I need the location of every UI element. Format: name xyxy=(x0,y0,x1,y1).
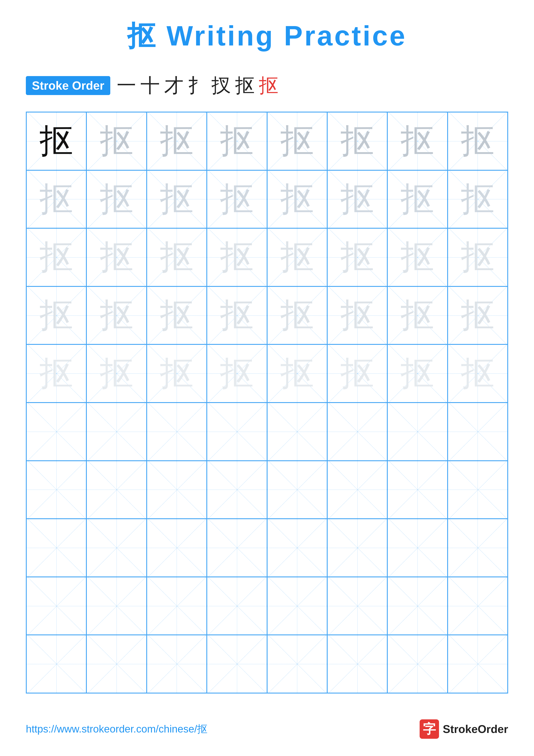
grid-cell-r7c2[interactable] xyxy=(87,461,146,519)
grid-cell-r9c3[interactable] xyxy=(147,577,207,635)
grid-cell-r4c1[interactable]: 抠 xyxy=(26,286,87,345)
grid-cell-r4c7[interactable]: 抠 xyxy=(387,286,447,345)
grid-cell-r7c1[interactable] xyxy=(26,461,87,519)
grid-cell-r3c6[interactable]: 抠 xyxy=(327,228,387,286)
grid-cell-r9c6[interactable] xyxy=(327,577,387,635)
grid-cell-r2c2[interactable]: 抠 xyxy=(87,170,146,229)
logo-text: StrokeOrder xyxy=(443,723,508,736)
stroke-5: 扠 xyxy=(212,72,231,99)
grid-cell-r7c6[interactable] xyxy=(327,461,387,519)
grid-cell-r8c2[interactable] xyxy=(87,519,146,577)
footer: https://www.strokeorder.com/chinese/抠 字 … xyxy=(26,719,508,739)
footer-url[interactable]: https://www.strokeorder.com/chinese/抠 xyxy=(26,722,207,736)
grid-cell-r5c5[interactable]: 抠 xyxy=(267,344,327,403)
grid-cell-r1c6[interactable]: 抠 xyxy=(327,112,387,170)
grid-cell-r4c2[interactable]: 抠 xyxy=(87,286,146,345)
grid-cell-r2c3[interactable]: 抠 xyxy=(147,170,207,229)
grid-cell-r1c7[interactable]: 抠 xyxy=(387,112,447,170)
grid-cell-r5c6[interactable]: 抠 xyxy=(327,344,387,403)
grid-cell-r2c4[interactable]: 抠 xyxy=(207,170,267,229)
practice-grid: 抠 抠 抠 抠 抠 抠 抠 xyxy=(26,112,508,693)
grid-cell-r3c2[interactable]: 抠 xyxy=(87,228,146,286)
grid-cell-r10c7[interactable] xyxy=(387,635,447,693)
grid-cell-r10c8[interactable] xyxy=(447,635,508,693)
page-title: 抠 Writing Practice xyxy=(26,17,508,55)
grid-cell-r3c5[interactable]: 抠 xyxy=(267,228,327,286)
grid-cell-r9c1[interactable] xyxy=(26,577,87,635)
grid-cell-r4c6[interactable]: 抠 xyxy=(327,286,387,345)
page: 抠 Writing Practice Stroke Order 一 十 才 扌 … xyxy=(0,0,534,756)
grid-cell-r6c3[interactable] xyxy=(147,403,207,461)
grid-cell-r6c1[interactable] xyxy=(26,403,87,461)
grid-cell-r9c5[interactable] xyxy=(267,577,327,635)
grid-cell-r2c6[interactable]: 抠 xyxy=(327,170,387,229)
grid-cell-r2c5[interactable]: 抠 xyxy=(267,170,327,229)
grid-cell-r1c8[interactable]: 抠 xyxy=(447,112,508,170)
grid-cell-r9c8[interactable] xyxy=(447,577,508,635)
grid-cell-r8c5[interactable] xyxy=(267,519,327,577)
grid-cell-r5c2[interactable]: 抠 xyxy=(87,344,146,403)
grid-cell-r1c3[interactable]: 抠 xyxy=(147,112,207,170)
grid-cell-r4c3[interactable]: 抠 xyxy=(147,286,207,345)
grid-cell-r4c5[interactable]: 抠 xyxy=(267,286,327,345)
grid-cell-r8c3[interactable] xyxy=(147,519,207,577)
grid-cell-r4c4[interactable]: 抠 xyxy=(207,286,267,345)
grid-cell-r3c3[interactable]: 抠 xyxy=(147,228,207,286)
grid-cell-r1c4[interactable]: 抠 xyxy=(207,112,267,170)
grid-cell-r4c8[interactable]: 抠 xyxy=(447,286,508,345)
grid-cell-r9c2[interactable] xyxy=(87,577,146,635)
grid-cell-r6c8[interactable] xyxy=(447,403,508,461)
stroke-7: 抠 xyxy=(259,72,278,99)
grid-cell-r10c4[interactable] xyxy=(207,635,267,693)
stroke-6: 抠 xyxy=(235,72,255,99)
grid-cell-r5c8[interactable]: 抠 xyxy=(447,344,508,403)
stroke-3: 才 xyxy=(164,72,184,99)
grid-cell-r1c2[interactable]: 抠 xyxy=(87,112,146,170)
grid-cell-r6c4[interactable] xyxy=(207,403,267,461)
grid-cell-r9c4[interactable] xyxy=(207,577,267,635)
grid-cell-r10c1[interactable] xyxy=(26,635,87,693)
grid-cell-r8c6[interactable] xyxy=(327,519,387,577)
grid-cell-r5c1[interactable]: 抠 xyxy=(26,344,87,403)
grid-cell-r10c3[interactable] xyxy=(147,635,207,693)
footer-logo: 字 StrokeOrder xyxy=(420,719,508,739)
grid-cell-r2c1[interactable]: 抠 xyxy=(26,170,87,229)
grid-cell-r10c2[interactable] xyxy=(87,635,146,693)
grid-cell-r6c7[interactable] xyxy=(387,403,447,461)
grid-cell-r2c8[interactable]: 抠 xyxy=(447,170,508,229)
grid-cell-r10c5[interactable] xyxy=(267,635,327,693)
stroke-2: 十 xyxy=(140,72,160,99)
grid-cell-r3c8[interactable]: 抠 xyxy=(447,228,508,286)
grid-cell-r3c7[interactable]: 抠 xyxy=(387,228,447,286)
stroke-4: 扌 xyxy=(188,72,207,99)
grid-cell-r8c8[interactable] xyxy=(447,519,508,577)
grid-cell-r8c4[interactable] xyxy=(207,519,267,577)
grid-cell-r5c4[interactable]: 抠 xyxy=(207,344,267,403)
stroke-1: 一 xyxy=(117,72,136,99)
grid-cell-r3c4[interactable]: 抠 xyxy=(207,228,267,286)
stroke-order-row: Stroke Order 一 十 才 扌 扠 抠 抠 xyxy=(26,72,508,99)
grid-cell-r7c3[interactable] xyxy=(147,461,207,519)
stroke-sequence: 一 十 才 扌 扠 抠 抠 xyxy=(117,72,278,99)
grid-cell-r6c6[interactable] xyxy=(327,403,387,461)
grid-cell-r6c5[interactable] xyxy=(267,403,327,461)
grid-cell-r5c3[interactable]: 抠 xyxy=(147,344,207,403)
grid-cell-r3c1[interactable]: 抠 xyxy=(26,228,87,286)
logo-icon: 字 xyxy=(420,719,439,739)
grid-cell-r10c6[interactable] xyxy=(327,635,387,693)
grid-cell-r8c7[interactable] xyxy=(387,519,447,577)
grid-cell-r6c2[interactable] xyxy=(87,403,146,461)
grid-cell-r2c7[interactable]: 抠 xyxy=(387,170,447,229)
grid-cell-r5c7[interactable]: 抠 xyxy=(387,344,447,403)
grid-cell-r8c1[interactable] xyxy=(26,519,87,577)
grid-cell-r9c7[interactable] xyxy=(387,577,447,635)
grid-cell-r7c4[interactable] xyxy=(207,461,267,519)
grid-cell-r1c1[interactable]: 抠 xyxy=(26,112,87,170)
grid-cell-r7c7[interactable] xyxy=(387,461,447,519)
grid-cell-r7c8[interactable] xyxy=(447,461,508,519)
grid-cell-r1c5[interactable]: 抠 xyxy=(267,112,327,170)
grid-cell-r7c5[interactable] xyxy=(267,461,327,519)
stroke-order-badge: Stroke Order xyxy=(26,76,110,95)
